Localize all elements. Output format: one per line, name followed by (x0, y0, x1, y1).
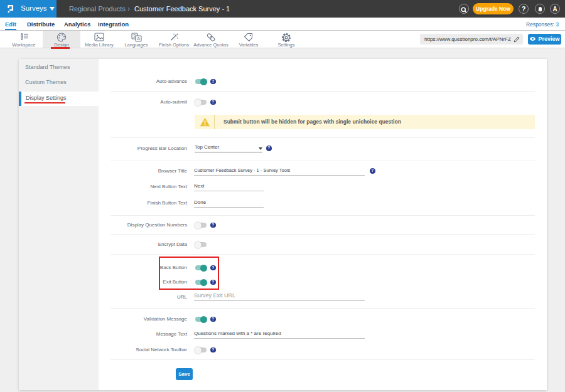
svg-text:A: A (137, 36, 140, 41)
